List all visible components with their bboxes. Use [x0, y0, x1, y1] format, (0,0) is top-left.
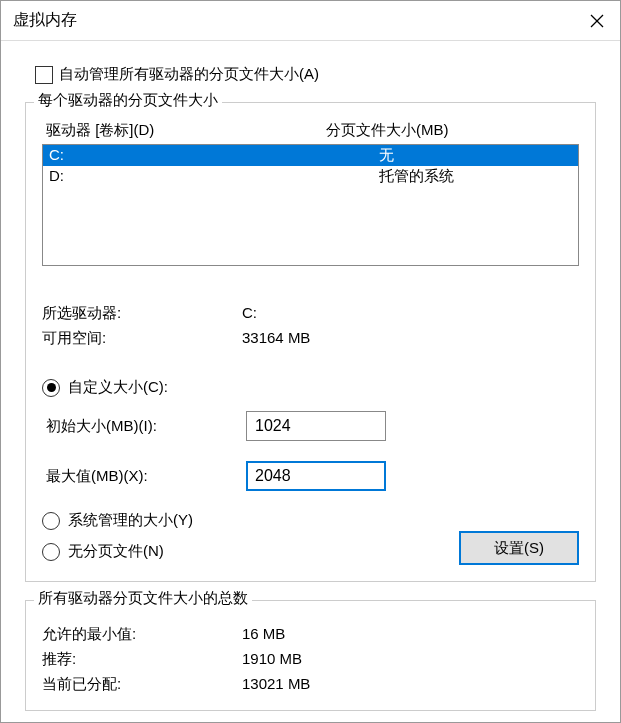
custom-size-radio-row[interactable]: 自定义大小(C): — [42, 378, 579, 397]
close-button[interactable] — [574, 1, 620, 41]
custom-size-radio[interactable] — [42, 379, 60, 397]
window-title: 虚拟内存 — [13, 10, 77, 31]
list-drive-cell: C: — [49, 146, 379, 165]
max-size-input[interactable] — [246, 461, 386, 491]
list-size-cell: 托管的系统 — [379, 167, 572, 186]
auto-manage-label: 自动管理所有驱动器的分页文件大小(A) — [59, 65, 319, 84]
column-headers: 驱动器 [卷标](D) 分页文件大小(MB) — [42, 121, 579, 140]
system-managed-label: 系统管理的大小(Y) — [68, 511, 193, 530]
totals-groupbox: 所有驱动器分页文件大小的总数 允许的最小值: 16 MB 推荐: 1910 MB… — [25, 600, 596, 711]
recommended-label: 推荐: — [42, 650, 242, 669]
list-item[interactable]: C: 无 — [43, 145, 578, 166]
recommended-value: 1910 MB — [242, 650, 579, 669]
list-size-cell: 无 — [379, 146, 572, 165]
system-managed-radio[interactable] — [42, 512, 60, 530]
selected-drive-value: C: — [242, 304, 579, 323]
close-icon — [590, 14, 604, 28]
available-space-value: 33164 MB — [242, 329, 579, 348]
list-item[interactable]: D: 托管的系统 — [43, 166, 578, 187]
initial-size-input[interactable] — [246, 411, 386, 441]
content-area: 自动管理所有驱动器的分页文件大小(A) 每个驱动器的分页文件大小 驱动器 [卷标… — [1, 41, 620, 711]
available-space-label: 可用空间: — [42, 329, 242, 348]
drives-groupbox: 每个驱动器的分页文件大小 驱动器 [卷标](D) 分页文件大小(MB) C: 无… — [25, 102, 596, 582]
drive-listbox[interactable]: C: 无 D: 托管的系统 — [42, 144, 579, 266]
system-managed-radio-row[interactable]: 系统管理的大小(Y) — [42, 511, 579, 530]
auto-manage-checkbox[interactable] — [35, 66, 53, 84]
initial-size-label: 初始大小(MB)(I): — [46, 417, 246, 436]
list-drive-cell: D: — [49, 167, 379, 186]
no-paging-radio[interactable] — [42, 543, 60, 561]
max-size-label: 最大值(MB)(X): — [46, 467, 246, 486]
auto-manage-row[interactable]: 自动管理所有驱动器的分页文件大小(A) — [35, 65, 596, 84]
titlebar: 虚拟内存 — [1, 1, 620, 41]
custom-size-label: 自定义大小(C): — [68, 378, 168, 397]
totals-legend: 所有驱动器分页文件大小的总数 — [34, 589, 252, 608]
col-header-size: 分页文件大小(MB) — [326, 121, 575, 140]
current-allocated-label: 当前已分配: — [42, 675, 242, 694]
no-paging-label: 无分页文件(N) — [68, 542, 164, 561]
min-allowed-label: 允许的最小值: — [42, 625, 242, 644]
totals-grid: 允许的最小值: 16 MB 推荐: 1910 MB 当前已分配: 13021 M… — [42, 625, 579, 694]
col-header-drive: 驱动器 [卷标](D) — [46, 121, 326, 140]
drive-info-grid: 所选驱动器: C: 可用空间: 33164 MB — [42, 304, 579, 348]
set-button[interactable]: 设置(S) — [459, 531, 579, 565]
selected-drive-label: 所选驱动器: — [42, 304, 242, 323]
min-allowed-value: 16 MB — [242, 625, 579, 644]
current-allocated-value: 13021 MB — [242, 675, 579, 694]
drives-legend: 每个驱动器的分页文件大小 — [34, 91, 222, 110]
size-inputs-grid: 初始大小(MB)(I): 最大值(MB)(X): — [46, 411, 579, 491]
